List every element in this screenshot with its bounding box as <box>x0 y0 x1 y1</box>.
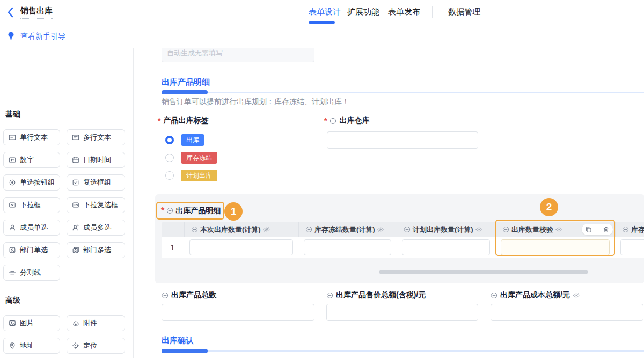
tutorial-badge-1: 1 <box>224 202 243 221</box>
column-header-planned-qty[interactable]: 计划出库数量(计算) <box>397 222 495 237</box>
sidebar-item-label: 部门单选 <box>20 245 48 255</box>
option-pill-outbound[interactable]: 出库 <box>181 134 204 146</box>
sidebar-item-label: 日期时间 <box>83 155 111 165</box>
sidebar-item-label: 定位 <box>83 341 97 350</box>
section-divider-pill <box>162 90 208 94</box>
copy-button[interactable] <box>583 224 594 235</box>
chevron-left-icon <box>5 6 16 18</box>
number-icon <box>9 156 16 164</box>
sidebar-item-dept-multi[interactable]: 部门多选 <box>67 242 125 258</box>
sidebar-item-label: 下拉框 <box>20 200 41 210</box>
sidebar-item-number[interactable]: 数字 <box>3 152 60 168</box>
sidebar-item-member-single[interactable]: 成员单选 <box>3 220 60 236</box>
radio-unselected-icon[interactable] <box>165 154 174 162</box>
page-title[interactable]: 销售出库 <box>20 6 53 19</box>
sidebar-item-datetime[interactable]: 日期时间 <box>67 152 125 168</box>
view-beginner-guide-link[interactable]: 查看新手引导 <box>20 32 65 41</box>
sidebar-item-label: 成员多选 <box>83 223 111 232</box>
image-icon <box>9 319 16 327</box>
section-title-outbound-confirm: 出库确认 <box>162 335 194 346</box>
sidebar-item-multi-line-text[interactable]: 多行文本 <box>67 129 125 145</box>
column-header-stock-qty[interactable]: 库存数 <box>615 222 644 237</box>
sidebar-item-divider[interactable]: 分割线 <box>3 265 60 281</box>
tab-extensions[interactable]: 扩展功能 <box>347 7 379 17</box>
sidebar-item-location[interactable]: 定位 <box>67 338 125 354</box>
link-field-icon <box>404 226 411 233</box>
total-price-input[interactable] <box>326 304 478 321</box>
link-field-icon <box>191 226 198 233</box>
actions-separator <box>597 227 597 233</box>
section-title-outbound-detail: 出库产品明细 <box>162 77 210 87</box>
field-label-text: 出库仓库 <box>339 116 369 126</box>
radio-selected-icon[interactable] <box>165 136 174 144</box>
column-label: 库存数 <box>631 225 644 235</box>
sidebar-item-multi-dropdown[interactable]: 下拉复选框 <box>67 197 125 213</box>
column-header-freeze-qty[interactable]: 库存冻结数量(计算) <box>298 222 397 237</box>
section-title-basic: 基础 <box>5 109 20 119</box>
tab-data-management[interactable]: 数据管理 <box>448 7 480 17</box>
radio-unselected-icon[interactable] <box>165 171 174 180</box>
tab-divider <box>432 6 433 18</box>
cell-input[interactable] <box>189 239 293 255</box>
total-qty-field-label: 出库产品总数 <box>162 290 216 300</box>
link-field-icon <box>162 292 169 299</box>
form-design-canvas: 自动生成无需填写 出库产品明细 销售订单可以提前进行出库规划：库存冻结、计划出库… <box>134 48 644 358</box>
row-number-cell: 1 <box>162 237 184 258</box>
field-label-text: 产品出库标签 <box>163 116 208 126</box>
subform-label-highlight-box[interactable]: * 出库产品明细 <box>156 202 224 220</box>
sidebar-item-label: 复选框组 <box>83 178 111 187</box>
total-qty-input[interactable] <box>162 304 314 321</box>
total-cost-field-label: 出库产品成本总额/元 <box>491 290 580 300</box>
column-header-current-outbound-qty[interactable]: 本次出库数量(计算) <box>184 222 298 237</box>
component-sidebar: 基础 单行文本 多行文本 数字 日期时间 单选按钮组 复选框组 下拉框 <box>0 48 134 358</box>
form-designer-page: 销售出库 表单设计 扩展功能 表单发布 数据管理 查看新手引导 基础 单行文本 … <box>0 0 644 358</box>
cell-input[interactable] <box>402 239 490 255</box>
required-mark: * <box>158 116 160 125</box>
sidebar-item-label: 单选按钮组 <box>20 178 55 187</box>
sidebar-item-dropdown[interactable]: 下拉框 <box>3 197 60 213</box>
radio-option-planned-outbound[interactable]: 计划出库 <box>165 170 217 181</box>
link-field-icon <box>166 207 173 214</box>
section-title-advanced: 高级 <box>5 296 20 305</box>
column-label: 本次出库数量(计算) <box>200 225 261 235</box>
sidebar-item-radio-group[interactable]: 单选按钮组 <box>3 174 60 191</box>
location-icon <box>72 342 79 349</box>
radio-option-outbound[interactable]: 出库 <box>165 134 204 146</box>
radio-option-stock-freeze[interactable]: 库存冻结 <box>165 152 217 164</box>
sidebar-item-label: 部门多选 <box>83 245 111 255</box>
top-bar: 销售出库 表单设计 扩展功能 表单发布 数据管理 <box>0 0 644 24</box>
dropdown-icon <box>9 201 16 209</box>
tab-form-design[interactable]: 表单设计 <box>309 7 341 17</box>
guide-bar: 查看新手引导 <box>0 24 644 48</box>
sidebar-item-checkbox-group[interactable]: 复选框组 <box>67 174 125 191</box>
sidebar-item-member-multi[interactable]: 成员多选 <box>67 220 125 236</box>
warehouse-input[interactable] <box>327 131 478 149</box>
radio-group-icon <box>9 179 16 186</box>
field-label-text: 出库产品售价总额(含税)/元 <box>336 290 426 300</box>
sidebar-item-label: 数字 <box>20 155 34 165</box>
tab-form-publish[interactable]: 表单发布 <box>388 7 420 17</box>
option-pill-stock-freeze[interactable]: 库存冻结 <box>181 152 217 164</box>
warehouse-field-label: * 出库仓库 <box>324 116 369 126</box>
total-cost-input[interactable] <box>491 304 643 321</box>
link-field-icon <box>491 292 497 299</box>
sidebar-item-single-line-text[interactable]: 单行文本 <box>3 129 60 145</box>
sidebar-item-image[interactable]: 图片 <box>3 315 60 331</box>
cell-input[interactable] <box>620 239 644 255</box>
sidebar-item-dept-single[interactable]: 部门单选 <box>3 242 60 258</box>
selection-dashed-line <box>495 258 615 258</box>
cell-input[interactable] <box>304 239 391 255</box>
back-button[interactable] <box>5 6 16 18</box>
delete-button[interactable] <box>601 224 611 235</box>
multi-dropdown-icon <box>72 201 79 209</box>
sidebar-item-address[interactable]: 地址 <box>3 338 60 354</box>
sidebar-item-label: 成员单选 <box>20 223 48 232</box>
column-label: 库存冻结数量(计算) <box>314 225 375 235</box>
multi-line-text-icon <box>72 134 79 141</box>
sidebar-item-attachment[interactable]: 附件 <box>67 315 125 331</box>
divider-icon <box>9 269 16 276</box>
link-field-icon <box>330 118 336 125</box>
option-pill-planned-outbound[interactable]: 计划出库 <box>181 170 217 181</box>
horizontal-scrollbar[interactable] <box>379 270 588 274</box>
link-field-icon <box>305 226 312 233</box>
